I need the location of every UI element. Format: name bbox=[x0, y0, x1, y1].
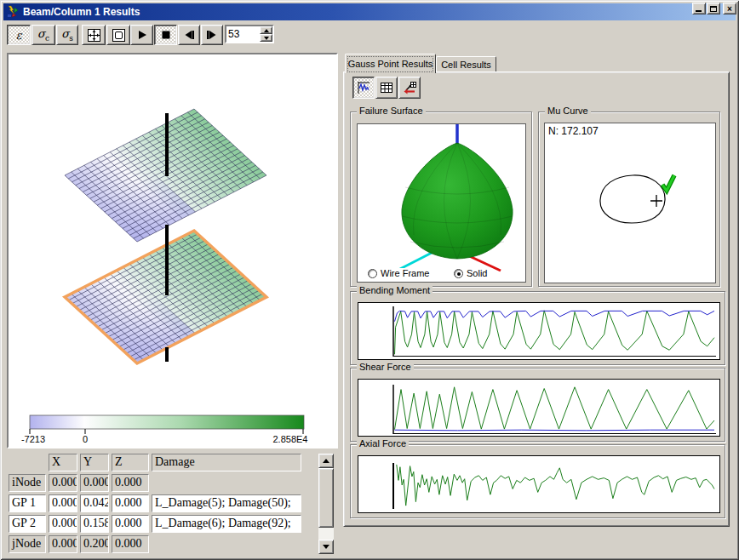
send-to-table-icon bbox=[402, 80, 417, 95]
solid-radio-option[interactable]: Solid bbox=[454, 268, 487, 278]
damage-cell: L_Damage(6); Damage(92); bbox=[152, 515, 301, 533]
axial-force-chart bbox=[358, 455, 720, 513]
mesh-scene: -7213 0 2.858E4 bbox=[9, 54, 336, 447]
mu-curve-title: Mu Curve bbox=[545, 106, 591, 116]
colorbar-zero-label: 0 bbox=[83, 434, 88, 444]
colorbar bbox=[30, 415, 304, 429]
radio-icon[interactable] bbox=[368, 269, 377, 278]
four-view-icon bbox=[87, 28, 101, 43]
app-icon bbox=[6, 5, 20, 19]
table-cell: 0.000 bbox=[49, 515, 77, 533]
colorbar-ticks bbox=[30, 429, 303, 434]
table-cell: 0.158 bbox=[80, 515, 109, 533]
shear-force-chart bbox=[358, 379, 720, 437]
shear-force-plot bbox=[358, 380, 719, 436]
axial-force-group: Axial Force bbox=[350, 444, 725, 518]
bending-moment-chart bbox=[358, 302, 720, 360]
table-cell: 0.000 bbox=[49, 535, 77, 553]
wireframe-label: Wire Frame bbox=[381, 268, 429, 278]
sigma-c-button[interactable]: σc bbox=[32, 25, 55, 45]
solid-label: Solid bbox=[467, 268, 487, 278]
table-cell: 0.000 bbox=[112, 494, 149, 512]
bending-moment-plot bbox=[358, 303, 719, 359]
spinner-down-button[interactable] bbox=[260, 34, 272, 42]
table-cell: 0.000 bbox=[112, 535, 149, 553]
row-label: GP 1 bbox=[9, 494, 46, 512]
bending-moment-title: Bending Moment bbox=[357, 285, 433, 295]
step-back-icon bbox=[183, 29, 195, 41]
colorbar-max-label: 2.858E4 bbox=[273, 434, 308, 444]
down-arrow-icon bbox=[323, 545, 329, 552]
sigma-s-button[interactable]: σs bbox=[56, 25, 78, 45]
mu-curve-line bbox=[600, 175, 665, 223]
shear-force-group: Shear Force bbox=[350, 368, 725, 442]
table-cell bbox=[152, 535, 301, 553]
column-header-x: X bbox=[49, 454, 77, 471]
table-cell: 0.000 bbox=[112, 515, 149, 533]
failure-surface-group: Failure Surface Wire Frame bbox=[350, 111, 532, 287]
frame-spinner bbox=[225, 25, 274, 43]
step-back-button[interactable] bbox=[178, 25, 200, 45]
tab-gauss-point-results[interactable]: Gauss Point Results bbox=[345, 54, 436, 73]
sigma-s-icon: σs bbox=[61, 28, 73, 43]
table-cell: 0.200 bbox=[80, 535, 109, 553]
scroll-down-button[interactable] bbox=[318, 540, 334, 554]
window-title: Beam/Column 1 Results bbox=[23, 6, 140, 18]
play-button[interactable] bbox=[130, 25, 153, 45]
frame-input[interactable] bbox=[226, 26, 260, 42]
model-viewport[interactable]: -7213 0 2.858E4 bbox=[7, 53, 338, 449]
up-arrow-icon bbox=[264, 26, 269, 32]
minimize-icon bbox=[696, 10, 702, 12]
table-cell bbox=[152, 474, 301, 492]
current-point-marker bbox=[650, 195, 662, 207]
colorbar-min-label: -7213 bbox=[21, 434, 45, 444]
mu-curve-view: N: 172.107 bbox=[544, 123, 716, 283]
maximize-button[interactable] bbox=[707, 3, 720, 14]
damage-cell: L_Damage(5); Damage(50); bbox=[152, 494, 301, 512]
send-to-table-button[interactable] bbox=[398, 77, 421, 99]
up-arrow-icon bbox=[323, 455, 329, 463]
stop-button[interactable] bbox=[154, 25, 177, 45]
maximize-icon bbox=[710, 6, 717, 12]
epsilon-icon: ε bbox=[16, 30, 22, 41]
table-view-button[interactable] bbox=[375, 77, 398, 99]
table-cell: 0.000 bbox=[49, 474, 77, 492]
mu-curve-plot bbox=[545, 123, 715, 283]
spinner-up-button[interactable] bbox=[260, 26, 272, 34]
wireframe-radio-option[interactable]: Wire Frame bbox=[368, 268, 429, 278]
row-label: iNode bbox=[9, 474, 46, 492]
radio-selected-icon[interactable] bbox=[454, 269, 463, 278]
axial-force-title: Axial Force bbox=[357, 438, 409, 449]
step-forward-button[interactable] bbox=[201, 25, 223, 45]
row-label: jNode bbox=[9, 535, 46, 553]
table-cell: 0.000 bbox=[80, 474, 109, 492]
title-bar[interactable]: Beam/Column 1 Results bbox=[3, 3, 736, 20]
shear-force-title: Shear Force bbox=[357, 362, 414, 372]
results-table: X Y Z Damage iNode 0.000 0.000 0.000 GP … bbox=[9, 454, 301, 553]
failure-surface-plot bbox=[358, 124, 525, 282]
play-icon bbox=[136, 29, 148, 41]
close-button[interactable]: × bbox=[723, 3, 736, 14]
mu-curve-group: Mu Curve N: 172.107 bbox=[538, 111, 720, 287]
axial-force-plot bbox=[358, 456, 719, 512]
failure-surface-view[interactable]: Wire Frame Solid bbox=[357, 123, 526, 283]
column-header-y: Y bbox=[80, 454, 109, 471]
minimize-button[interactable] bbox=[692, 3, 706, 14]
four-view-button[interactable] bbox=[82, 25, 106, 45]
tab-cell-results[interactable]: Cell Results bbox=[436, 56, 496, 71]
failure-surface-title: Failure Surface bbox=[357, 106, 426, 116]
bending-moment-group: Bending Moment bbox=[350, 291, 725, 365]
plot-view-button[interactable] bbox=[352, 77, 375, 99]
table-corner bbox=[9, 454, 46, 471]
failure-surface-solid bbox=[402, 143, 513, 259]
scroll-up-button[interactable] bbox=[318, 454, 334, 468]
single-view-button[interactable] bbox=[106, 25, 130, 45]
table-view-icon bbox=[379, 80, 394, 95]
table-scrollbar[interactable] bbox=[318, 454, 334, 554]
app-window: Beam/Column 1 Results × ε σc σs bbox=[0, 0, 739, 560]
table-cell: 0.000 bbox=[112, 474, 149, 492]
close-icon: × bbox=[727, 4, 732, 14]
strain-button[interactable]: ε bbox=[7, 25, 31, 45]
table-cell: 0.042 bbox=[80, 494, 109, 512]
scrollbar-thumb[interactable] bbox=[318, 468, 334, 528]
